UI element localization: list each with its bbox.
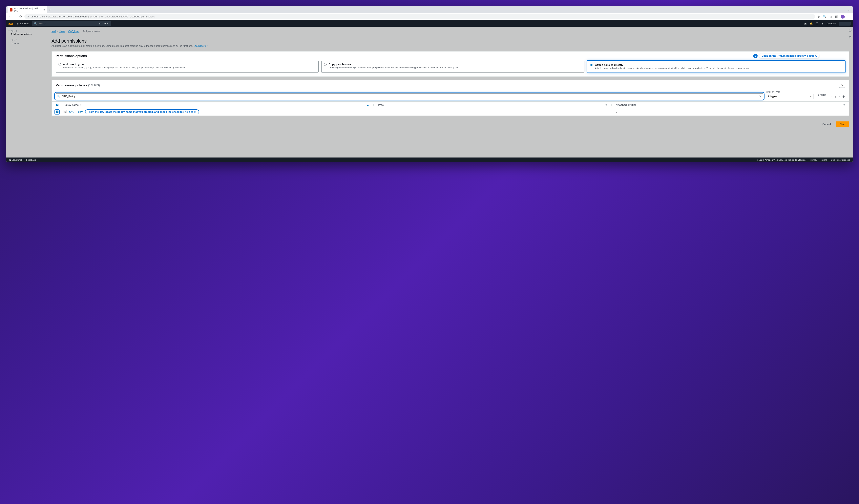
refresh-button[interactable]: ⟳ (839, 83, 845, 88)
page-desc-text: Add user to an existing group or create … (51, 45, 194, 47)
feedback-link[interactable]: Feedback (26, 159, 36, 161)
policies-header: Permissions policies (1/1163) ⟳ (52, 80, 849, 91)
cookie-link[interactable]: Cookie preferences (831, 159, 850, 161)
entities-value: 0 (616, 110, 617, 113)
prev-page-button[interactable]: ‹ (831, 94, 833, 99)
page-title: Add permissions (51, 38, 849, 44)
url-bar[interactable]: ⚙ us-east-1.console.aws.amazon.com/iam/h… (24, 14, 815, 19)
wizard-footer: Cancel Next (51, 119, 849, 129)
callout-text: Click on the 'Attach policies directly' … (759, 54, 819, 58)
pagination: ‹ 1 › ⚙ (831, 94, 845, 99)
cloudshell-link[interactable]: ▣ CloudShell (9, 159, 22, 161)
callout-row: From the list, locate the policy name th… (85, 110, 199, 114)
cloudshell-icon[interactable]: ▣ (804, 22, 807, 25)
breadcrumb-iam[interactable]: IAM (51, 30, 56, 33)
sort-asc-icon: ▲ (367, 103, 369, 106)
filter-type-select[interactable]: All types ▾ (766, 94, 813, 99)
option-attach-wrapper: 3 Click on the 'Attach policies directly… (587, 61, 845, 73)
policies-count: (1/1163) (88, 83, 100, 87)
policy-link[interactable]: C4C_Policy (69, 110, 82, 113)
aws-header-right: ▣ 🔔 ⓘ ⚙ Global ▾ (804, 21, 851, 26)
account-menu[interactable] (839, 21, 851, 26)
step-1-title: Add permissions (11, 33, 43, 36)
help-icon[interactable]: ⓘ (816, 22, 818, 25)
next-page-button[interactable]: › (838, 94, 841, 99)
step-1[interactable]: Step 1 Add permissions (11, 30, 43, 36)
notifications-icon[interactable]: 🔔 (810, 22, 813, 25)
forward-button[interactable]: → (14, 15, 17, 18)
new-tab-button[interactable]: + (49, 8, 51, 12)
breadcrumb: IAM › Users › C4C_User › Add permissions (51, 27, 849, 35)
policy-icon: ⊞ (64, 110, 67, 113)
policies-title: Permissions policies (56, 83, 87, 87)
zoom-icon[interactable]: 🔍 (823, 15, 827, 18)
page-number: 1 (835, 95, 836, 98)
profile-icon[interactable] (841, 15, 845, 19)
bookmark-icon[interactable]: ☆ (829, 15, 832, 18)
search-shortcut: [Option+S] (98, 22, 109, 25)
tabs-dropdown-icon[interactable]: ⌄ (847, 8, 850, 12)
col-policy-name[interactable]: Policy name ↗ ▲ (64, 103, 369, 106)
option-add-to-group[interactable]: Add user to group Add user to an existin… (56, 61, 319, 73)
col-label: Policy name (64, 103, 79, 106)
col-attached-entities[interactable]: Attached entities ▿ (616, 103, 845, 106)
translate-icon[interactable]: ⊕ (817, 15, 820, 18)
aws-logo[interactable]: aws (8, 22, 14, 25)
site-settings-icon[interactable]: ⚙ (27, 15, 29, 18)
filter-value: All types (768, 95, 778, 98)
option-copy-permissions[interactable]: Copy permissions Copy all group membersh… (321, 61, 584, 73)
policy-search-input[interactable] (56, 93, 763, 99)
chevron-down-icon: ▾ (810, 95, 812, 98)
region-label: Global (827, 22, 834, 25)
row-policy-name-cell: ⊞ C4C_Policy From the list, locate the p… (64, 110, 369, 114)
option-attach-policies[interactable]: Attach policies directly Attach a manage… (587, 61, 845, 73)
settings-icon[interactable]: ⚙ (822, 22, 824, 25)
select-all-checkbox[interactable]: ✓ (56, 104, 58, 106)
close-icon[interactable]: × (43, 9, 45, 11)
step-1-label: Step 1 (11, 30, 43, 32)
aws-search[interactable]: 🔍 [Option+S] (32, 21, 111, 26)
filter-type: Filter by Type All types ▾ (766, 91, 813, 99)
col-label: Attached entities (616, 103, 636, 106)
radio-unchecked[interactable] (58, 63, 61, 66)
reload-button[interactable]: ⟳ (19, 15, 22, 18)
tab-title: Add permissions | IAM | Glob… (14, 7, 42, 13)
step-2-title: Review (11, 42, 43, 45)
table-settings-icon[interactable]: ⚙ (842, 95, 845, 98)
privacy-link[interactable]: Privacy (810, 159, 817, 161)
services-label: Services (20, 22, 29, 25)
terms-link[interactable]: Terms (821, 159, 827, 161)
copyright: © 2024, Amazon Web Services, Inc. or its… (757, 159, 806, 161)
clear-icon[interactable]: ✕ (759, 95, 762, 98)
option-desc: Copy all group memberships, attached man… (329, 66, 459, 69)
browser-tab[interactable]: Add permissions | IAM | Glob… × (7, 6, 47, 14)
learn-more-link[interactable]: Learn more ↗ (194, 45, 208, 47)
row-checkbox[interactable]: ✓ (56, 110, 58, 113)
region-selector[interactable]: Global ▾ (827, 22, 835, 25)
aws-favicon (10, 8, 13, 12)
breadcrumb-users[interactable]: Users (59, 30, 65, 33)
back-button[interactable]: ← (8, 15, 12, 18)
content-area: ☰ ⓘ ◴ Step 1 Add permissions Step 2 Revi… (6, 27, 853, 157)
chevron-down-icon: ▾ (834, 22, 835, 25)
col-label: Type (378, 103, 383, 106)
col-type[interactable]: Type ▿ (378, 103, 607, 106)
permissions-policies-panel: Permissions policies (1/1163) ⟳ 🔍 ✕ Filt… (51, 80, 849, 116)
radio-checked[interactable] (590, 64, 593, 66)
callout-3: 3 Click on the 'Attach policies directly… (753, 54, 819, 58)
aws-footer: ▣ CloudShell Feedback © 2024, Amazon Web… (6, 157, 853, 162)
step-2[interactable]: Step 2 Review (11, 39, 43, 45)
menu-icon[interactable]: ⋮ (847, 15, 851, 18)
cancel-button[interactable]: Cancel (819, 121, 834, 127)
next-button[interactable]: Next (836, 121, 849, 127)
breadcrumb-user[interactable]: C4C_User (69, 30, 79, 33)
aws-search-input[interactable] (39, 22, 96, 25)
option-desc: Add user to an existing group, or create… (63, 66, 186, 69)
sort-icon: ▿ (844, 103, 845, 106)
extensions-icon[interactable]: ◧ (835, 15, 838, 18)
policy-search-box: 🔍 ✕ (56, 93, 763, 99)
services-menu[interactable]: ⊞ Services (17, 22, 29, 25)
step-2-label: Step 2 (11, 39, 43, 41)
permissions-options-title: Permissions options (52, 51, 849, 61)
radio-unchecked[interactable] (324, 63, 327, 66)
